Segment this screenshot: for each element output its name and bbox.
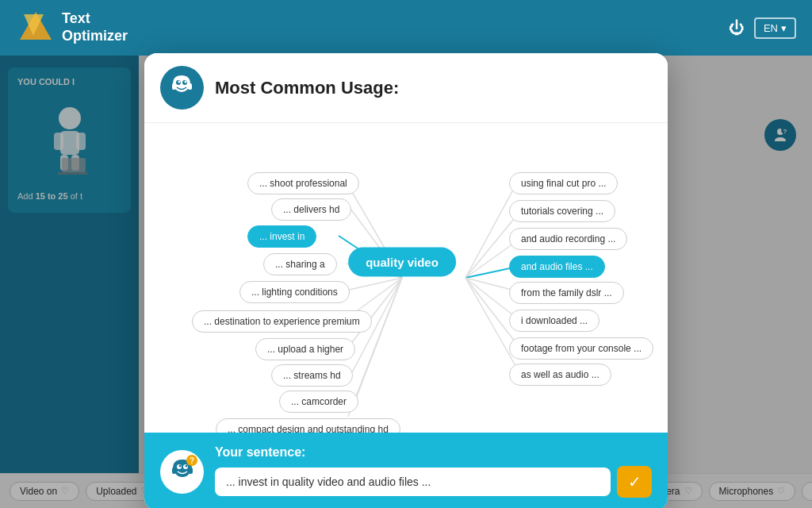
branch-node-right-0[interactable]: using final cut pro ... bbox=[509, 172, 618, 194]
branch-node-left-4[interactable]: ... lighting conditions bbox=[239, 281, 350, 303]
footer-label: Your sentence: bbox=[215, 445, 652, 460]
power-button[interactable]: ⏻ bbox=[729, 19, 745, 37]
branch-node-left-5[interactable]: ... destination to experience premium bbox=[192, 310, 372, 333]
branch-node-right-1[interactable]: tutorials covering ... bbox=[509, 200, 615, 222]
branch-node-right-6[interactable]: footage from your console ... bbox=[509, 337, 653, 360]
footer-input-row: ✓ bbox=[215, 466, 652, 498]
branch-node-left-7[interactable]: ... streams hd bbox=[271, 364, 353, 387]
topbar: Text Optimizer ⏻ EN ▾ bbox=[0, 0, 812, 56]
svg-rect-46 bbox=[189, 468, 193, 474]
language-selector[interactable]: EN ▾ bbox=[754, 17, 796, 39]
footer-robot-icon: ? bbox=[163, 452, 201, 491]
confirm-button[interactable]: ✓ bbox=[617, 466, 652, 498]
svg-rect-45 bbox=[172, 468, 176, 474]
branch-node-left-9[interactable]: ... compact design and outstanding hd bbox=[216, 418, 400, 433]
svg-point-43 bbox=[178, 465, 181, 468]
branch-node-right-7[interactable]: as well as audio ... bbox=[509, 364, 611, 386]
branch-node-left-0[interactable]: ... shoot professional bbox=[247, 172, 359, 194]
logo: Text Optimizer bbox=[16, 8, 128, 48]
branch-node-right-4[interactable]: from the family dslr ... bbox=[509, 282, 624, 304]
svg-rect-20 bbox=[188, 83, 192, 90]
footer-content: Your sentence: ✓ bbox=[215, 445, 652, 498]
modal-overlay: Most Common Usage: bbox=[0, 56, 812, 508]
branch-node-right-5[interactable]: i downloaded ... bbox=[509, 310, 599, 332]
sentence-input[interactable] bbox=[215, 468, 611, 496]
logo-text: Text Optimizer bbox=[62, 10, 128, 44]
modal-header: Most Common Usage: bbox=[144, 53, 668, 123]
branch-node-left-6[interactable]: ... upload a higher bbox=[255, 338, 355, 360]
mind-map: quality video ... shoot professional ...… bbox=[168, 139, 644, 417]
modal-avatar bbox=[160, 66, 204, 110]
svg-line-29 bbox=[354, 278, 402, 402]
modal-title: Most Common Usage: bbox=[215, 78, 399, 98]
center-node[interactable]: quality video bbox=[348, 248, 456, 277]
footer-avatar: ? bbox=[160, 450, 204, 494]
modal-footer: ? Your sentence: ✓ bbox=[144, 433, 668, 508]
main-content: YOU COULD I Add 15 to 25 of t bbox=[0, 56, 812, 508]
branch-node-left-2[interactable]: ... invest in bbox=[247, 225, 316, 248]
branch-node-right-2[interactable]: and audio recording ... bbox=[509, 228, 627, 250]
svg-text:?: ? bbox=[189, 456, 193, 465]
modal-body: quality video ... shoot professional ...… bbox=[144, 123, 668, 433]
branch-node-left-1[interactable]: ... delivers hd bbox=[271, 198, 351, 221]
svg-point-17 bbox=[178, 81, 181, 83]
modal: Most Common Usage: bbox=[144, 53, 668, 508]
branch-node-left-3[interactable]: ... sharing a bbox=[263, 253, 337, 275]
svg-point-18 bbox=[185, 81, 187, 83]
svg-rect-19 bbox=[172, 83, 176, 90]
robot-avatar-icon bbox=[164, 70, 200, 106]
logo-icon bbox=[16, 8, 56, 48]
svg-point-44 bbox=[185, 465, 187, 468]
branch-node-right-3[interactable]: and audio files ... bbox=[509, 256, 605, 278]
topbar-right: ⏻ EN ▾ bbox=[729, 17, 796, 39]
branch-node-left-8[interactable]: ... camcorder bbox=[279, 391, 358, 413]
